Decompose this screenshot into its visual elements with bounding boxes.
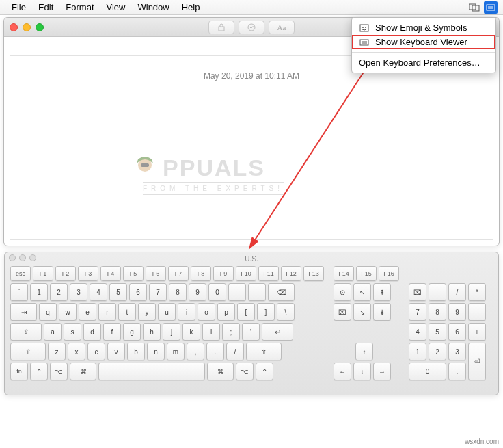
key-x[interactable]: x xyxy=(68,343,85,360)
key-6[interactable]: 6 xyxy=(129,283,147,301)
key-y[interactable]: y xyxy=(138,303,156,321)
key-np-+[interactable]: + xyxy=(468,323,486,341)
key-arrow-down[interactable]: ↓ xyxy=(353,363,371,380)
key-j[interactable]: j xyxy=(163,323,180,341)
key-f5[interactable]: F5 xyxy=(123,266,144,281)
key-8[interactable]: 8 xyxy=(169,283,187,301)
key-nav1-2[interactable]: ⇞ xyxy=(373,283,391,301)
key-np-2[interactable]: 2 xyxy=(429,343,446,360)
key-np-=[interactable]: = xyxy=(429,283,446,301)
key-f11[interactable]: F11 xyxy=(258,266,279,281)
key-][interactable]: ] xyxy=(257,303,275,321)
key-;[interactable]: ; xyxy=(222,323,240,341)
key-b[interactable]: b xyxy=(127,343,145,360)
key-space[interactable] xyxy=(98,363,205,380)
key-t[interactable]: t xyxy=(118,303,136,321)
key-`[interactable]: ` xyxy=(10,283,28,301)
key-shift-left[interactable]: ⇧ xyxy=(10,343,46,360)
key-7[interactable]: 7 xyxy=(149,283,167,301)
key-np-dot[interactable]: . xyxy=(448,363,466,380)
kb-close-button[interactable] xyxy=(9,254,16,261)
key-np-5[interactable]: 5 xyxy=(429,323,446,341)
key-f7[interactable]: F7 xyxy=(168,266,189,281)
key-m[interactable]: m xyxy=(167,343,185,360)
key-arrow-right[interactable]: → xyxy=(373,363,391,380)
key-np-6[interactable]: 6 xyxy=(448,323,466,341)
document-area[interactable]: May 20, 2019 at 10:11 AM xyxy=(10,55,493,240)
key-np-1[interactable]: 1 xyxy=(409,343,426,360)
check-button[interactable] xyxy=(239,21,264,34)
key-o[interactable]: o xyxy=(198,303,215,321)
key-delete[interactable]: ⌫ xyxy=(268,283,295,301)
menu-edit[interactable]: Edit xyxy=(32,0,59,15)
key-np-0[interactable]: 0 xyxy=(409,363,446,380)
key-w[interactable]: w xyxy=(59,303,77,321)
key-fn[interactable]: fn xyxy=(10,363,28,380)
key-4[interactable]: 4 xyxy=(90,283,107,301)
key-1[interactable]: 1 xyxy=(30,283,48,301)
menu-format[interactable]: Format xyxy=(59,0,100,15)
key-arrow-up[interactable]: ↑ xyxy=(355,343,373,360)
key-a[interactable]: a xyxy=(44,323,62,341)
key-nav2-1[interactable]: ↘ xyxy=(353,303,371,321)
key-n[interactable]: n xyxy=(147,343,165,360)
key-np-⌧[interactable]: ⌧ xyxy=(409,283,426,301)
key-np-*[interactable]: * xyxy=(468,283,486,301)
menu-file[interactable]: File xyxy=(5,0,32,15)
menu-window[interactable]: Window xyxy=(131,0,175,15)
kb-zoom-button[interactable] xyxy=(29,254,36,261)
key-,[interactable]: , xyxy=(187,343,204,360)
key-np-enter[interactable]: ⏎ xyxy=(468,343,486,380)
key-np--[interactable]: - xyxy=(468,303,486,321)
key-np-/[interactable]: / xyxy=(448,283,466,301)
key-nav1-0[interactable]: ⊙ xyxy=(334,283,351,301)
key-shift-right[interactable]: ⇧ xyxy=(246,343,282,360)
key-f9[interactable]: F9 xyxy=(213,266,234,281)
key-tab[interactable]: ⇥ xyxy=(10,303,37,321)
key-u[interactable]: u xyxy=(158,303,176,321)
key-f3[interactable]: F3 xyxy=(78,266,98,281)
key-command-right[interactable]: ⌘ xyxy=(207,363,234,380)
key-f13[interactable]: F13 xyxy=(303,266,324,281)
key-.[interactable]: . xyxy=(206,343,224,360)
key-f4[interactable]: F4 xyxy=(100,266,121,281)
key-=[interactable]: = xyxy=(248,283,266,301)
key-f6[interactable]: F6 xyxy=(146,266,166,281)
key-np-9[interactable]: 9 xyxy=(448,303,466,321)
key-5[interactable]: 5 xyxy=(109,283,127,301)
key-d[interactable]: d xyxy=(83,323,101,341)
key--[interactable]: - xyxy=(228,283,246,301)
key-nav2-0[interactable]: ⌧ xyxy=(334,303,351,321)
key-p[interactable]: p xyxy=(217,303,235,321)
key-return[interactable]: ↩ xyxy=(262,323,293,341)
key-esc[interactable]: esc xyxy=(10,266,31,281)
key-l[interactable]: l xyxy=(202,323,220,341)
key-/[interactable]: / xyxy=(226,343,244,360)
key-'[interactable]: ' xyxy=(242,323,260,341)
key-h[interactable]: h xyxy=(143,323,161,341)
key-f14[interactable]: F14 xyxy=(334,266,354,281)
key-v[interactable]: v xyxy=(107,343,125,360)
key-s[interactable]: s xyxy=(64,323,81,341)
key-e[interactable]: e xyxy=(79,303,96,321)
key-g[interactable]: g xyxy=(123,323,141,341)
font-button[interactable]: Aa xyxy=(269,21,295,34)
key-command-left[interactable]: ⌘ xyxy=(70,363,96,380)
key-option-left[interactable]: ⌥ xyxy=(50,363,68,380)
key-arrow-left[interactable]: ← xyxy=(334,363,351,380)
menu-keyboard-prefs[interactable]: Open Keyboard Preferences… xyxy=(352,55,495,70)
key-q[interactable]: q xyxy=(39,303,57,321)
key-control-right[interactable]: ⌃ xyxy=(256,363,273,380)
zoom-button[interactable] xyxy=(36,23,44,31)
key-np-8[interactable]: 8 xyxy=(429,303,446,321)
menu-show-emoji[interactable]: Show Emoji & Symbols xyxy=(352,21,495,35)
key-r[interactable]: r xyxy=(98,303,116,321)
key-[[interactable]: [ xyxy=(237,303,255,321)
key-np-3[interactable]: 3 xyxy=(448,343,466,360)
key-control-left[interactable]: ⌃ xyxy=(30,363,48,380)
key-3[interactable]: 3 xyxy=(70,283,87,301)
key-f2[interactable]: F2 xyxy=(55,266,76,281)
key-2[interactable]: 2 xyxy=(50,283,68,301)
lock-button[interactable] xyxy=(208,21,234,34)
key-f8[interactable]: F8 xyxy=(191,266,211,281)
